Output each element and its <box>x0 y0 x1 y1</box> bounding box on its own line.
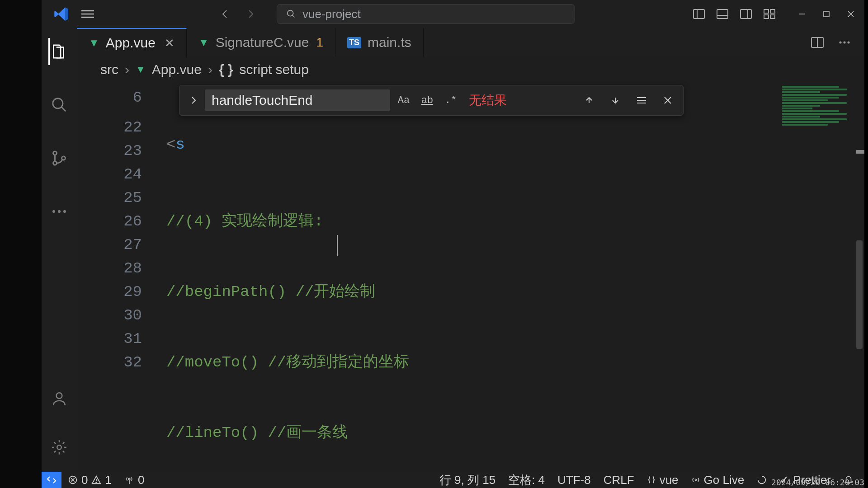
svg-point-22 <box>844 42 846 44</box>
editor-tabs: ▼ App.vue ✕ ▼ SignatureC.vue 1 TS main.t… <box>77 28 864 57</box>
tab-signaturec-vue[interactable]: ▼ SignatureC.vue 1 <box>187 28 335 57</box>
text-cursor <box>337 235 338 256</box>
find-in-selection-toggle[interactable] <box>632 91 651 109</box>
layout-secondary-sidebar-icon[interactable] <box>736 4 756 24</box>
regex-toggle[interactable]: .* <box>441 90 461 110</box>
status-bar: 0 1 0 行 9, 列 15 空格: 4 UTF-8 CRLF vue Go … <box>42 472 864 488</box>
svg-line-4 <box>292 15 295 18</box>
tab-label: SignatureC.vue <box>216 35 309 50</box>
layout-primary-sidebar-icon[interactable] <box>689 4 709 24</box>
svg-point-45 <box>695 479 696 480</box>
minimap[interactable] <box>779 85 855 184</box>
code-editor[interactable]: 6 2223 2425 2627 2829 3031 32 <s //(4) 实… <box>77 82 864 472</box>
braces-icon <box>647 475 656 484</box>
svg-point-23 <box>848 42 850 44</box>
search-activity-icon[interactable] <box>48 94 70 116</box>
svg-point-31 <box>53 151 57 155</box>
ports-status[interactable]: 0 <box>118 473 151 487</box>
svg-rect-13 <box>764 15 769 19</box>
svg-point-3 <box>288 10 293 16</box>
overview-ruler-mark <box>856 150 864 154</box>
svg-point-21 <box>840 42 842 44</box>
tab-main-ts[interactable]: TS main.ts <box>335 28 424 57</box>
vue-file-icon: ▼ <box>136 64 146 75</box>
breadcrumb-file: App.vue <box>152 62 202 77</box>
find-prev-button[interactable] <box>580 91 598 109</box>
svg-rect-12 <box>770 9 775 13</box>
search-icon <box>286 9 296 19</box>
command-center-search[interactable]: vue-project <box>277 4 575 24</box>
error-icon <box>68 475 78 485</box>
split-editor-button[interactable] <box>808 33 826 52</box>
remote-indicator[interactable] <box>42 472 61 488</box>
radio-tower-icon <box>124 475 134 485</box>
svg-rect-5 <box>693 9 704 19</box>
title-bar: vue-project <box>42 0 864 28</box>
go-live-status[interactable]: Go Live <box>685 473 751 487</box>
svg-rect-9 <box>741 9 751 19</box>
match-case-toggle[interactable]: Aa <box>394 90 414 110</box>
window-minimize-button[interactable] <box>792 4 812 24</box>
source-control-activity-icon[interactable] <box>48 147 70 169</box>
find-close-button[interactable] <box>659 91 677 109</box>
indentation-status[interactable]: 空格: 4 <box>502 472 551 488</box>
svg-point-36 <box>63 210 66 213</box>
cursor-position-status[interactable]: 行 9, 列 15 <box>433 472 502 488</box>
window-maximize-button[interactable] <box>816 4 836 24</box>
svg-rect-16 <box>824 11 829 17</box>
layout-customize-icon[interactable] <box>760 4 779 24</box>
svg-rect-14 <box>770 15 775 19</box>
svg-rect-11 <box>764 9 769 13</box>
tab-label: App.vue <box>106 35 156 51</box>
more-actions-button[interactable] <box>835 33 854 52</box>
search-placeholder: vue-project <box>302 7 361 21</box>
find-expand-toggle[interactable] <box>186 93 201 108</box>
nav-back-button[interactable] <box>215 4 235 24</box>
tab-problems-badge: 1 <box>316 35 323 50</box>
svg-point-32 <box>53 161 57 165</box>
warning-icon <box>91 475 101 485</box>
menu-button[interactable] <box>78 4 98 24</box>
svg-point-34 <box>52 210 55 213</box>
loading-spinner-icon <box>757 475 767 485</box>
find-input[interactable] <box>205 89 390 111</box>
svg-point-44 <box>128 478 130 480</box>
settings-activity-icon[interactable] <box>48 436 70 458</box>
language-mode-status[interactable]: vue <box>641 473 685 487</box>
line-number-gutter: 6 2223 2425 2627 2829 3031 32 <box>77 82 156 374</box>
find-widget: Aa ab .* 无结果 <box>179 85 684 116</box>
svg-point-38 <box>57 445 61 450</box>
vscode-window: vue-project ▼ App.vue ✕ ▼ SignatureC.vue… <box>42 0 864 472</box>
more-activity-icon[interactable] <box>48 201 70 222</box>
problems-status[interactable]: 0 1 <box>61 473 118 487</box>
tab-close-button[interactable]: ✕ <box>165 36 175 50</box>
svg-point-29 <box>53 99 63 108</box>
window-close-button[interactable] <box>841 4 861 24</box>
vertical-scrollbar[interactable] <box>856 240 863 349</box>
breadcrumb[interactable]: src › ▼ App.vue › { } script setup <box>77 57 864 82</box>
layout-panel-icon[interactable] <box>712 4 732 24</box>
find-result-count: 无结果 <box>469 92 507 109</box>
broadcast-icon <box>691 475 700 484</box>
svg-rect-7 <box>717 9 728 19</box>
svg-line-30 <box>61 107 66 112</box>
encoding-status[interactable]: UTF-8 <box>551 473 597 487</box>
explorer-activity-icon[interactable] <box>48 41 70 62</box>
tab-app-vue[interactable]: ▼ App.vue ✕ <box>77 28 187 57</box>
match-whole-word-toggle[interactable]: ab <box>417 90 437 110</box>
nav-forward-button[interactable] <box>241 4 260 24</box>
svg-point-33 <box>62 156 66 160</box>
ts-file-icon: TS <box>347 37 361 48</box>
svg-point-35 <box>58 210 61 213</box>
screenshot-timestamp: 2024/09/20 06:20:03 <box>771 478 864 487</box>
eol-status[interactable]: CRLF <box>597 473 641 487</box>
find-next-button[interactable] <box>606 91 624 109</box>
accounts-activity-icon[interactable] <box>48 388 70 409</box>
chevron-right-icon: › <box>208 62 212 77</box>
chevron-right-icon: › <box>125 62 129 77</box>
vscode-logo-icon <box>53 6 70 22</box>
symbol-braces-icon: { } <box>219 62 233 77</box>
activity-bar <box>42 28 77 472</box>
loading-status <box>750 475 773 485</box>
os-taskbar-left <box>0 0 42 488</box>
